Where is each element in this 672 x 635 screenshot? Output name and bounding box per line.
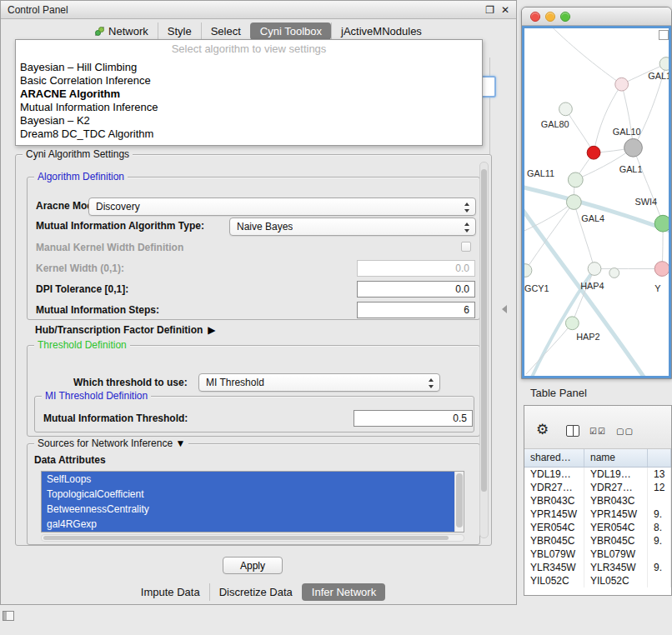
mi-threshold-label: Mutual Information Threshold: (43, 412, 188, 424)
table-cell: 8. (648, 521, 671, 534)
network-window-titlebar[interactable] (522, 8, 671, 26)
algorithm-option[interactable]: Mutual Information Inference (16, 101, 482, 114)
attribute-item[interactable]: TopologicalCoefficient (42, 487, 454, 502)
panel-collapse-arrow-icon[interactable] (502, 305, 507, 313)
network-node[interactable] (624, 138, 643, 157)
table-panel-toolbar: ⚙ ☑☑ ▢▢ (524, 406, 671, 449)
table-cell: YPR145W (524, 508, 584, 521)
node-label: GAL1 (619, 164, 643, 174)
scrollbar-track[interactable] (454, 472, 464, 532)
columns-icon[interactable] (566, 425, 579, 437)
network-node[interactable] (609, 268, 619, 278)
table-cell: YER054C (584, 521, 648, 534)
gear-icon[interactable]: ⚙ (536, 422, 549, 437)
which-threshold-select[interactable]: MI Threshold (198, 373, 440, 392)
network-node[interactable] (568, 172, 583, 188)
tab-label: Impute Data (141, 586, 200, 598)
table-row[interactable]: YER054CYER054C8. (524, 521, 671, 534)
network-edge (622, 84, 634, 148)
column-header[interactable]: name (584, 449, 648, 467)
algorithm-option[interactable]: Dream8 DC_TDC Algorithm (16, 128, 482, 141)
network-node[interactable] (566, 195, 581, 210)
column-header[interactable]: shared… (524, 449, 584, 467)
network-edge (524, 187, 669, 232)
scrollbar-thumb[interactable] (456, 473, 463, 528)
manual-kernel-label: Manual Kernel Width Definition (36, 242, 183, 253)
network-node[interactable] (654, 262, 669, 277)
overview-toggle[interactable] (659, 30, 669, 40)
close-icon[interactable]: ✕ (501, 4, 509, 16)
select-all-checkboxes-icon[interactable]: ☑☑ (589, 427, 606, 436)
network-node[interactable] (659, 58, 669, 71)
table-cell: YER054C (524, 521, 584, 534)
apply-button[interactable]: Apply (223, 557, 283, 574)
data-attributes-label: Data Attributes (34, 454, 106, 466)
minimize-traffic-light-icon[interactable] (545, 12, 555, 22)
sources-title[interactable]: Sources for Network Inference ▼ (34, 438, 188, 449)
deselect-all-checkboxes-icon[interactable]: ▢▢ (616, 427, 634, 436)
table-panel-title: Table Panel (530, 387, 587, 399)
table-row[interactable]: YBR043CYBR043C (524, 494, 671, 508)
network-node[interactable] (524, 264, 532, 278)
table-row[interactable]: YBR045CYBR045C9. (524, 534, 671, 548)
network-node[interactable] (565, 317, 579, 330)
column-header[interactable] (648, 449, 671, 467)
settings-scrollbar-track[interactable] (479, 162, 489, 538)
attribute-item[interactable]: SelfLoops (42, 472, 454, 487)
network-node[interactable] (615, 78, 629, 91)
show-panel-icon[interactable] (3, 611, 14, 621)
tab-cyni-toolbox[interactable]: Cyni Toolbox (250, 22, 331, 40)
table-row[interactable]: YDR27…YDR27…12 (524, 481, 671, 494)
scrollbar-thumb[interactable] (43, 536, 449, 540)
node-label: SWI4 (634, 197, 657, 207)
node-label: Y (654, 283, 660, 293)
float-window-icon[interactable]: ❐ (485, 4, 494, 16)
close-traffic-light-icon[interactable] (530, 12, 540, 22)
mi-steps-field[interactable]: 6 (357, 302, 475, 318)
table-body: YDL19…YDL19…13YDR27…YDR27…12YBR043CYBR04… (524, 468, 671, 595)
scrollbar-track[interactable] (41, 534, 464, 542)
attribute-item[interactable]: gal4RGexp (42, 517, 454, 532)
table-row[interactable]: YIL052CYIL052C (524, 574, 671, 588)
tab-infer-network[interactable]: Infer Network (302, 583, 385, 601)
mi-threshold-field[interactable]: 0.5 (354, 410, 473, 427)
settings-scrollbar-thumb[interactable] (481, 169, 487, 492)
kernel-width-field[interactable]: 0.0 (357, 260, 475, 277)
mi-threshold-group-title: MI Threshold Definition (42, 390, 151, 402)
hub-definition-section[interactable]: Hub/Transcription Factor Definition ▶ (35, 324, 216, 336)
dpi-tolerance-field[interactable]: 0.0 (357, 281, 475, 298)
network-node[interactable] (559, 102, 573, 116)
table-row[interactable]: YPR145WYPR145W9. (524, 508, 671, 521)
tab-label: Style (168, 25, 192, 38)
table-row[interactable]: YBL079WYBL079W (524, 548, 671, 561)
algorithm-option[interactable]: ARACNE Algorithm (16, 88, 482, 101)
mi-type-value: Naive Bayes (237, 221, 293, 232)
node-label: GAL1 (648, 71, 669, 81)
tab-impute-data[interactable]: Impute Data (132, 583, 209, 601)
table-row[interactable]: YDL19…YDL19…13 (524, 468, 671, 481)
tab-network[interactable]: Network (86, 22, 158, 40)
dpi-tolerance-label: DPI Tolerance [0,1]: (36, 283, 128, 295)
algorithm-option[interactable]: Basic Correlation Inference (16, 74, 482, 88)
tab-select[interactable]: Select (201, 22, 250, 40)
tab-style[interactable]: Style (158, 22, 201, 40)
mi-type-select[interactable]: Naive Bayes (229, 218, 476, 236)
network-node[interactable] (588, 262, 601, 276)
attribute-item[interactable]: BetweennessCentrality (42, 502, 454, 517)
manual-kernel-checkbox[interactable] (461, 242, 471, 252)
tab-discretize-data[interactable]: Discretize Data (209, 583, 302, 601)
control-panel-titlebar: Control Panel ❐ ✕ (1, 1, 516, 19)
algorithm-option[interactable]: Bayesian – K2 (16, 114, 482, 128)
network-node[interactable] (587, 146, 600, 159)
network-edge (574, 202, 594, 269)
threshold-definition-group: Threshold Definition Which threshold to … (27, 345, 480, 437)
zoom-traffic-light-icon[interactable] (560, 12, 570, 22)
table-row[interactable]: YLR345WYLR345W9. (524, 561, 671, 574)
kernel-width-label: Kernel Width (0,1): (36, 262, 124, 274)
network-canvas[interactable]: GAL80GAL1GAL10GAL11GAL1SWI4GAL4GCY1HAP4Y… (522, 26, 671, 378)
aracne-mode-select[interactable]: Discovery (88, 198, 476, 216)
top-tabs: NetworkStyleSelectCyni ToolboxjActiveMNo… (1, 22, 516, 40)
algorithm-option[interactable]: Bayesian – Hill Climbing (16, 61, 482, 74)
tab-jactivemnodules[interactable]: jActiveMNodules (331, 22, 431, 40)
network-node[interactable] (654, 215, 669, 232)
